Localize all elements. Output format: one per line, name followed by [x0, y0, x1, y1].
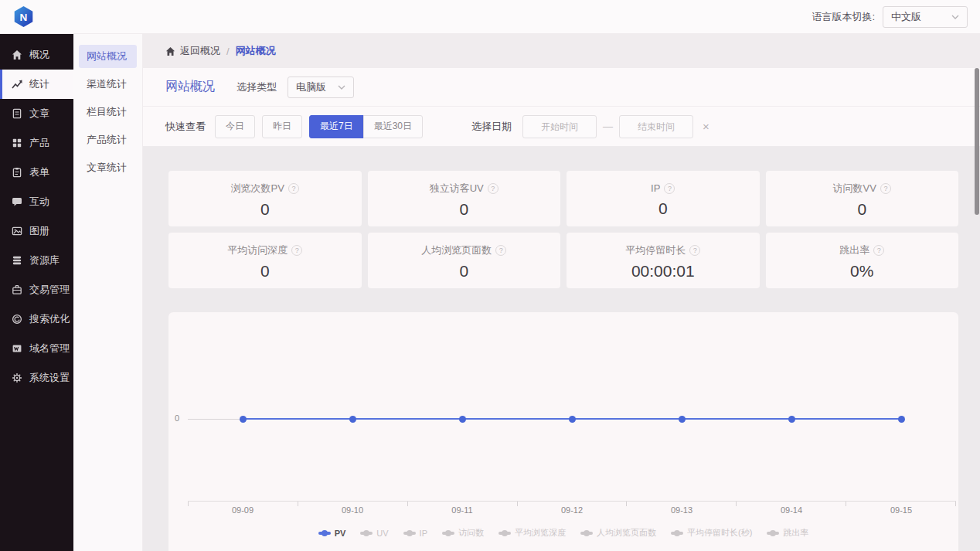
y-axis-zero-label: 0 [175, 413, 179, 423]
end-date-input[interactable] [619, 115, 693, 138]
quick-btn-last30days[interactable]: 最近30日 [363, 115, 423, 138]
legend-label: 平均停留时长(秒) [687, 527, 752, 539]
x-axis-label: 09-13 [627, 505, 737, 515]
subnav-item[interactable]: 栏目统计 [79, 100, 137, 124]
start-date-input[interactable] [522, 115, 597, 138]
sidebar-item-label: 交易管理 [29, 283, 70, 297]
stat-value: 0 [168, 262, 362, 281]
breadcrumb-current: 网站概况 [236, 44, 276, 58]
stat-card-bounce-rate: 跳出率? 0% [766, 233, 959, 288]
legend-item[interactable]: 人均浏览页面数 [580, 527, 656, 539]
type-select[interactable]: 电脑版 [288, 77, 354, 98]
date-range-label: 选择日期 [471, 120, 512, 134]
legend-item[interactable]: PV [318, 527, 346, 539]
sidebar-item-interaction[interactable]: 互动 [0, 187, 73, 216]
stats-icon [12, 79, 22, 90]
language-switcher: 语言版本切换: 中文版 [812, 6, 968, 28]
sidebar-item-label: 文章 [29, 107, 49, 121]
x-axis-labels: 09-0909-1009-1109-1209-1309-1409-15 [188, 505, 956, 515]
domain-icon [12, 343, 22, 354]
help-icon[interactable]: ? [488, 183, 499, 194]
data-point [788, 416, 795, 423]
legend-marker-icon [318, 532, 331, 535]
seo-icon [12, 314, 22, 325]
legend-marker-icon [360, 532, 373, 535]
legend-item[interactable]: 平均停留时长(秒) [671, 527, 752, 539]
type-select-value: 电脑版 [296, 80, 326, 94]
help-icon[interactable]: ? [495, 245, 506, 256]
main-content: 返回概况 / 网站概况 网站概况 选择类型 电脑版 快速查看 今日 昨日 最近7… [143, 34, 980, 551]
sidebar-item-overview[interactable]: 概况 [0, 40, 73, 70]
sidebar-item-label: 图册 [29, 224, 49, 238]
legend-item[interactable]: 跳出率 [767, 527, 808, 539]
type-select-label: 选择类型 [236, 80, 277, 94]
stat-cards: 浏览次数PV? 0 独立访客UV? 0 IP? 0 访问数VV? 0 平均访问深… [168, 171, 958, 288]
leading-line-segment [188, 419, 243, 420]
date-range-separator: — [603, 121, 613, 132]
database-icon [12, 255, 22, 266]
chart-legend: PVUVIP访问数平均浏览深度人均浏览页面数平均停留时长(秒)跳出率 [168, 527, 958, 539]
help-icon[interactable]: ? [291, 245, 302, 256]
help-icon[interactable]: ? [689, 245, 700, 256]
legend-marker-icon [767, 532, 779, 535]
sidebar-item-label: 系统设置 [29, 371, 70, 385]
filter-bar: 快速查看 今日 昨日 最近7日 最近30日 选择日期 — × [143, 107, 980, 146]
language-select[interactable]: 中文版 [883, 6, 968, 28]
help-icon[interactable]: ? [664, 183, 675, 194]
x-axis-label: 09-14 [737, 505, 846, 515]
legend-item[interactable]: 访问数 [442, 527, 484, 539]
subnav-item[interactable]: 产品统计 [79, 128, 137, 151]
gallery-icon [12, 226, 22, 236]
sidebar-item-forms[interactable]: 表单 [0, 158, 73, 187]
help-icon[interactable]: ? [288, 183, 299, 194]
legend-label: 跳出率 [783, 527, 808, 539]
data-point [569, 416, 576, 423]
breadcrumb: 返回概况 / 网站概况 [143, 34, 980, 68]
legend-label: 平均浏览深度 [515, 527, 566, 539]
subnav-item[interactable]: 文章统计 [79, 156, 137, 179]
chevron-down-icon [338, 85, 345, 90]
data-point [240, 416, 247, 423]
quick-btn-today[interactable]: 今日 [215, 115, 255, 138]
breadcrumb-back-link[interactable]: 返回概况 [165, 44, 220, 58]
data-point [459, 416, 466, 423]
stat-card-avg-depth: 平均访问深度? 0 [168, 233, 362, 288]
help-icon[interactable]: ? [873, 245, 884, 256]
app-logo[interactable]: N [12, 5, 35, 28]
sidebar-item-products[interactable]: 产品 [0, 128, 73, 158]
stat-card-vv: 访问数VV? 0 [766, 171, 959, 226]
plot-area [188, 312, 956, 502]
briefcase-icon [12, 284, 22, 295]
sidebar-item-domain[interactable]: 域名管理 [0, 334, 73, 363]
form-icon [12, 167, 22, 178]
legend-label: UV [376, 529, 388, 538]
logo-letter: N [20, 12, 28, 23]
legend-item[interactable]: IP [403, 527, 427, 539]
sidebar-item-articles[interactable]: 文章 [0, 99, 73, 128]
help-icon[interactable]: ? [880, 183, 891, 194]
subnav-item[interactable]: 渠道统计 [79, 73, 137, 96]
subnav-item[interactable]: 网站概况 [79, 45, 137, 68]
sidebar-item-seo[interactable]: 搜索优化 [0, 304, 73, 334]
legend-item[interactable]: 平均浏览深度 [499, 527, 566, 539]
stat-card-avg-duration: 平均停留时长? 00:00:01 [567, 233, 760, 288]
sidebar-item-gallery[interactable]: 图册 [0, 216, 73, 246]
sidebar-item-statistics[interactable]: 统计 [0, 70, 73, 99]
quick-btn-yesterday[interactable]: 昨日 [262, 115, 302, 138]
sidebar-item-trade[interactable]: 交易管理 [0, 275, 73, 304]
chevron-down-icon [951, 15, 959, 19]
secondary-sidebar: 网站概况渠道统计栏目统计产品统计文章统计 [73, 34, 143, 551]
quick-btn-last7days[interactable]: 最近7日 [309, 115, 364, 138]
sidebar-item-label: 资源库 [29, 253, 60, 267]
sidebar-item-label: 域名管理 [29, 342, 70, 355]
clear-date-icon[interactable]: × [703, 120, 709, 133]
legend-item[interactable]: UV [360, 527, 388, 539]
language-label: 语言版本切换: [812, 10, 875, 24]
sidebar-item-settings[interactable]: 系统设置 [0, 363, 73, 393]
home-icon [165, 46, 175, 56]
page-header: 网站概况 选择类型 电脑版 [143, 68, 980, 107]
vertical-scrollbar-thumb[interactable] [975, 68, 979, 215]
sidebar-item-label: 统计 [29, 77, 49, 91]
home-icon [12, 49, 22, 60]
sidebar-item-resources[interactable]: 资源库 [0, 246, 73, 275]
